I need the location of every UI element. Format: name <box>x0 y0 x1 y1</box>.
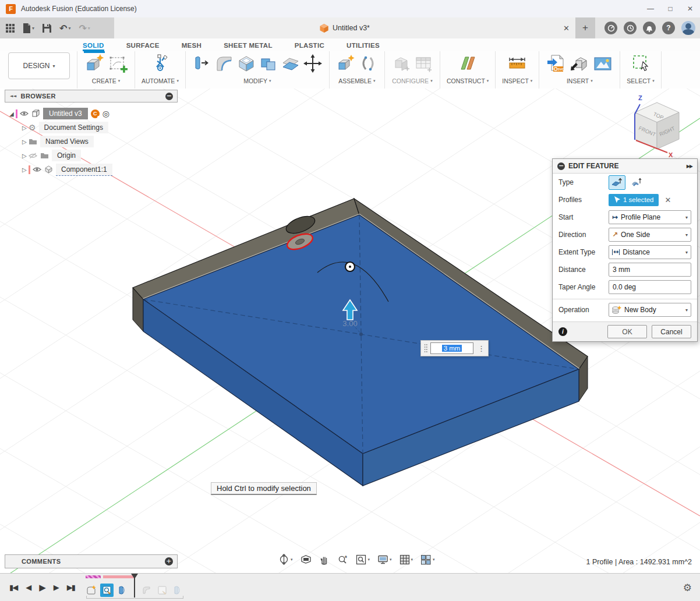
measure-icon[interactable] <box>507 53 528 76</box>
display-settings-button[interactable]: ▾ <box>377 554 392 565</box>
info-icon[interactable]: i <box>558 327 567 336</box>
timeline-new-body-feature[interactable] <box>84 584 98 597</box>
fit-button[interactable]: ▾ <box>356 554 370 565</box>
timeline-suppressed-extrude[interactable] <box>171 584 185 597</box>
tab-solid[interactable]: SOLID <box>83 42 104 51</box>
new-component-icon[interactable] <box>336 53 356 76</box>
timeline-suppressed-fillet[interactable] <box>140 584 153 597</box>
extensions-icon[interactable] <box>604 22 617 34</box>
step-forward-button[interactable]: ▶ <box>54 583 58 592</box>
ok-button[interactable]: OK <box>607 325 647 338</box>
thin-extrude-type-button[interactable] <box>628 175 645 190</box>
profiles-selected-chip[interactable]: 1 selected <box>609 194 659 206</box>
insert-svg-icon[interactable]: SVG <box>546 53 567 76</box>
fillet-icon[interactable] <box>214 53 234 76</box>
operation-select[interactable]: New Body ▾ <box>609 303 691 317</box>
minimize-panel-icon[interactable]: − <box>165 93 173 100</box>
timeline-sketch-feature-active[interactable] <box>100 584 114 597</box>
joint-icon[interactable] <box>358 53 378 76</box>
tree-item-label[interactable]: Document Settings <box>39 122 108 133</box>
zoom-button[interactable]: ± <box>337 554 348 565</box>
visibility-eye-icon[interactable] <box>20 111 29 116</box>
move-icon[interactable] <box>303 53 323 76</box>
press-pull-icon[interactable] <box>192 53 212 76</box>
viewports-button[interactable]: ▾ <box>420 554 435 565</box>
collapsed-arrow-icon[interactable]: ▷ <box>22 153 29 159</box>
comments-header[interactable]: COMMENTS + <box>5 554 178 568</box>
tab-mesh[interactable]: MESH <box>182 42 201 51</box>
model-body[interactable]: 3.00 <box>133 199 588 486</box>
minimize-button[interactable]: — <box>641 0 660 17</box>
notifications-bell-icon[interactable] <box>643 22 656 34</box>
look-at-button[interactable] <box>300 554 312 564</box>
redo-button[interactable]: ↷▾ <box>79 23 90 34</box>
file-menu-button[interactable]: ▾ <box>23 23 34 33</box>
job-status-clock-icon[interactable] <box>624 22 637 34</box>
profile-center-point[interactable] <box>359 333 363 336</box>
tree-row-named-views[interactable]: ▷ Named Views <box>5 135 178 149</box>
save-button[interactable] <box>43 24 51 33</box>
group-insert-label[interactable]: INSERT▾ <box>567 77 593 84</box>
tab-sheet-metal[interactable]: SHEET METAL <box>224 42 273 51</box>
tab-close-icon[interactable]: ✕ <box>563 17 570 38</box>
distance-value-field[interactable]: 3 mm <box>430 342 473 354</box>
view-cube[interactable]: TOP FRONT RIGHT Z X <box>635 94 679 158</box>
construct-plane-icon[interactable] <box>458 53 478 76</box>
collapsed-arrow-icon[interactable]: ▷ <box>22 139 29 145</box>
expanded-arrow-icon[interactable]: ◢ <box>9 111 16 117</box>
configuration-icon[interactable] <box>391 53 411 76</box>
start-select[interactable]: ↦ Profile Plane ▾ <box>609 210 691 224</box>
automate-icon[interactable] <box>150 53 171 76</box>
tree-item-label[interactable]: Named Views <box>40 136 94 147</box>
dialog-header[interactable]: − EDIT FEATURE ▶▶ <box>553 159 697 174</box>
direction-select[interactable]: ↗ One Side ▾ <box>609 228 691 242</box>
timeline-settings-gear-icon[interactable]: ⚙ <box>683 574 692 601</box>
taper-angle-input[interactable]: 0.0 deg <box>609 280 691 294</box>
canvas-icon[interactable] <box>592 53 613 76</box>
distance-input[interactable]: 3 mm <box>609 263 691 277</box>
undo-button[interactable]: ↶▾ <box>59 23 70 34</box>
tree-root-row[interactable]: ◢ Untitled v3 C ◎ <box>5 107 178 121</box>
3d-viewport[interactable]: 3.00 TOP FRONT RIGHT Z X ◄◄ BROWSER − ◢ <box>0 89 700 574</box>
collapse-dialog-icon[interactable]: − <box>557 162 565 170</box>
group-assemble-label[interactable]: ASSEMBLE▾ <box>338 77 375 84</box>
go-to-start-button[interactable]: ▮◀ <box>9 583 17 592</box>
close-button[interactable]: ✕ <box>680 0 700 17</box>
kebab-menu-icon[interactable]: ⋮ <box>478 344 485 353</box>
tree-item-label[interactable]: Origin <box>52 150 81 161</box>
group-configure-label[interactable]: CONFIGURE▾ <box>392 77 433 84</box>
group-automate-label[interactable]: AUTOMATE▾ <box>142 77 179 84</box>
visibility-eye-icon[interactable] <box>33 167 41 172</box>
tree-item-label[interactable]: Component1:1 <box>56 164 112 176</box>
orbit-button[interactable]: ▾ <box>278 554 293 565</box>
help-icon[interactable]: ? <box>662 22 675 34</box>
shell-icon[interactable] <box>236 53 256 76</box>
app-grid-icon[interactable] <box>6 24 15 33</box>
tree-root-label[interactable]: Untitled v3 <box>43 108 88 119</box>
group-inspect-label[interactable]: INSPECT▾ <box>502 77 532 84</box>
floating-distance-input[interactable]: 3 mm ⋮ <box>420 340 489 356</box>
hub-badge-icon[interactable]: C <box>91 109 100 118</box>
dock-dialog-icon[interactable]: ▶▶ <box>687 164 692 169</box>
maximize-button[interactable]: □ <box>660 0 680 17</box>
create-sketch-icon[interactable] <box>107 53 128 76</box>
extent-type-select[interactable]: ↔ Distance ▾ <box>609 245 691 259</box>
clear-selection-icon[interactable]: ✕ <box>664 196 671 204</box>
user-avatar[interactable] <box>681 21 695 35</box>
offset-face-icon[interactable] <box>281 53 300 76</box>
grid-settings-button[interactable]: ▾ <box>400 554 413 565</box>
activate-component-icon[interactable]: ◎ <box>102 109 109 118</box>
tab-surface[interactable]: SURFACE <box>126 42 160 51</box>
combine-icon[interactable] <box>259 53 278 76</box>
insert-mesh-icon[interactable] <box>569 53 590 76</box>
go-to-end-button[interactable]: ▶▮ <box>67 583 75 592</box>
drag-handle[interactable] <box>424 344 427 353</box>
timeline-extrude-feature[interactable] <box>116 584 129 597</box>
select-icon[interactable] <box>630 53 651 76</box>
collapsed-arrow-icon[interactable]: ▷ <box>22 125 29 131</box>
timeline-suppressed-sketch[interactable] <box>155 584 169 597</box>
tree-row-origin[interactable]: ▷ Origin <box>5 149 178 162</box>
collapse-panel-icon[interactable]: ◄◄ <box>10 94 17 98</box>
step-back-button[interactable]: ◀ <box>26 583 30 592</box>
visibility-off-eye-icon[interactable] <box>29 153 37 159</box>
